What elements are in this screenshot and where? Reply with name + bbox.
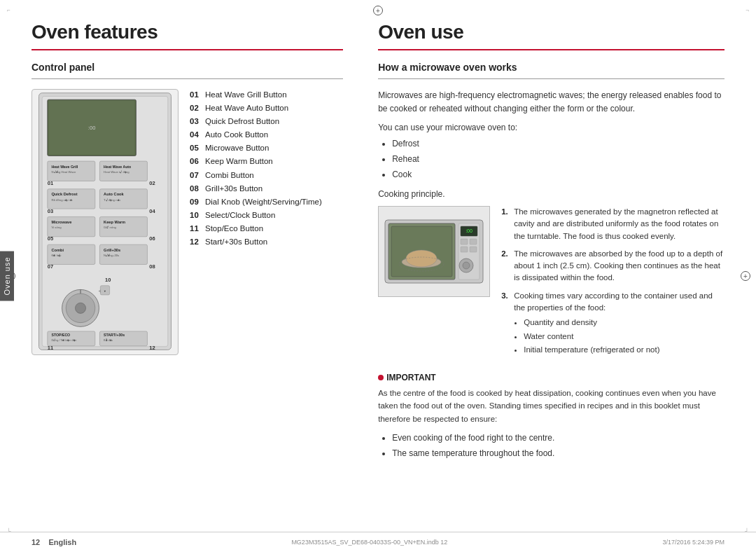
important-bullet-2: The same temperature throughout the food… bbox=[392, 446, 724, 462]
important-text-label: IMPORTANT bbox=[386, 373, 435, 382]
footer: 12 English MG23M3515AS_SV_DE68-04033S-00… bbox=[0, 532, 756, 552]
svg-rect-63 bbox=[461, 239, 468, 244]
food-properties-list: Quantity and density Water content Initi… bbox=[524, 316, 724, 357]
left-column: Oven features Control panel bbox=[31, 21, 364, 518]
svg-text:12: 12 bbox=[149, 345, 155, 351]
use-reheat: Reheat bbox=[392, 152, 724, 167]
list-item: 09 Dial Knob (Weight/Serving/Time) bbox=[190, 196, 343, 207]
reg-mark-right bbox=[741, 271, 750, 281]
use-cook: Cook bbox=[392, 167, 724, 183]
page-number: 12 bbox=[31, 538, 40, 546]
step-3: 3. Cooking times vary according to the c… bbox=[501, 290, 724, 357]
button-num: 12 bbox=[190, 236, 205, 247]
how-it-works-divider bbox=[378, 78, 724, 79]
button-num: 01 bbox=[190, 89, 205, 100]
list-item: 01 Heat Wave Grill Button bbox=[190, 89, 343, 100]
svg-text:Grill+30s: Grill+30s bbox=[104, 248, 120, 252]
footer-datetime: 3/17/2016 5:24:39 PM bbox=[662, 539, 724, 546]
svg-text:Nướng+30s: Nướng+30s bbox=[104, 254, 119, 257]
svg-text:Auto Cook: Auto Cook bbox=[104, 192, 124, 196]
svg-text:01: 01 bbox=[48, 180, 53, 186]
property-water: Water content bbox=[524, 330, 724, 344]
step-2: 2. The microwaves are absorbed by the fo… bbox=[501, 248, 724, 284]
list-item: 02 Heat Wave Auto Button bbox=[190, 102, 343, 113]
svg-text:05: 05 bbox=[48, 235, 53, 242]
step-text-3: Cooking times vary according to the cont… bbox=[514, 290, 724, 357]
step-text-2: The microwaves are absorbed by the food … bbox=[514, 248, 724, 284]
button-num: 06 bbox=[190, 156, 205, 167]
list-item: 08 Grill+30s Button bbox=[190, 183, 343, 194]
svg-text:START/+30s: START/+30s bbox=[104, 333, 125, 337]
important-bullets-list: Even cooking of the food right to the ce… bbox=[392, 431, 724, 461]
list-item: 12 Start/+30s Button bbox=[190, 236, 343, 247]
corner-mark-br: ┘ bbox=[745, 528, 749, 534]
svg-rect-64 bbox=[470, 239, 477, 244]
button-num: 05 bbox=[190, 142, 205, 153]
button-label: Quick Defrost Button bbox=[205, 116, 279, 127]
svg-text:Giữ nóng: Giữ nóng bbox=[104, 226, 117, 229]
property-temp: Initial temperature (refrigerated or not… bbox=[524, 343, 724, 357]
svg-text:Keep Warm: Keep Warm bbox=[104, 220, 125, 224]
step-num-2: 2. bbox=[501, 248, 514, 284]
control-panel-area: :00 Heat Wave Grill Nướng Heat Wave 01 H… bbox=[31, 89, 343, 355]
list-item: 04 Auto Cook Button bbox=[190, 129, 343, 140]
svg-text:11: 11 bbox=[48, 345, 53, 351]
svg-text:Heat Wave tự động: Heat Wave tự động bbox=[104, 170, 130, 174]
right-column: Oven use How a microwave oven works Micr… bbox=[364, 21, 724, 518]
svg-point-68 bbox=[463, 262, 470, 269]
svg-text:▼: ▼ bbox=[104, 290, 106, 293]
button-num: 07 bbox=[190, 170, 205, 181]
left-section-divider bbox=[31, 49, 343, 50]
right-section-divider bbox=[378, 49, 724, 50]
svg-point-42 bbox=[75, 303, 85, 313]
svg-text:02: 02 bbox=[149, 180, 155, 186]
microwave-illustration: :00 bbox=[382, 209, 486, 294]
button-label: Start/+30s Button bbox=[205, 236, 267, 247]
cooking-principle-text: Cooking principle. bbox=[378, 189, 724, 199]
property-quantity: Quantity and density bbox=[524, 316, 724, 330]
svg-point-58 bbox=[406, 250, 437, 267]
corner-mark-bl: └ bbox=[7, 528, 11, 534]
list-item: 06 Keep Warm Button bbox=[190, 156, 343, 167]
svg-text:Tự động nấu: Tự động nấu bbox=[104, 198, 120, 202]
side-tab: Oven use bbox=[0, 251, 14, 301]
button-num: 11 bbox=[190, 223, 205, 234]
button-label: Combi Button bbox=[205, 170, 254, 181]
important-dot-icon bbox=[378, 375, 384, 380]
main-content: Oven features Control panel bbox=[0, 0, 756, 532]
svg-text:STOP/ECO: STOP/ECO bbox=[51, 333, 70, 337]
button-label: Keep Warm Button bbox=[205, 156, 273, 167]
button-num: 08 bbox=[190, 183, 205, 194]
button-label: Heat Wave Grill Button bbox=[205, 89, 287, 100]
uses-list: Defrost Reheat Cook bbox=[392, 137, 724, 182]
button-label: Dial Knob (Weight/Serving/Time) bbox=[205, 196, 322, 207]
cooking-principle-area: :00 1. The microwaves generated by bbox=[378, 206, 724, 363]
corner-mark-tl: ⌐ bbox=[7, 7, 10, 13]
svg-rect-66 bbox=[470, 247, 477, 252]
you-can-text: You can use your microwave oven to: bbox=[378, 123, 724, 132]
svg-text:Heat Wave Grill: Heat Wave Grill bbox=[51, 165, 78, 169]
svg-text:Bắt đầu: Bắt đầu bbox=[104, 338, 113, 342]
how-it-works-title: How a microwave oven works bbox=[378, 62, 724, 73]
svg-text:Microwave: Microwave bbox=[51, 220, 71, 224]
svg-text:Combi: Combi bbox=[51, 248, 64, 252]
important-note: IMPORTANT As the centre of the food is c… bbox=[378, 373, 724, 461]
button-num: 02 bbox=[190, 102, 205, 113]
svg-text:Quick Defrost: Quick Defrost bbox=[51, 192, 77, 196]
button-label: Auto Cook Button bbox=[205, 129, 268, 140]
corner-mark-tr: ¬ bbox=[746, 7, 749, 13]
important-body-text: As the centre of the food is cooked by h… bbox=[378, 387, 724, 425]
button-num: 04 bbox=[190, 129, 205, 140]
control-panel-divider bbox=[31, 78, 343, 79]
important-bullet-1: Even cooking of the food right to the ce… bbox=[392, 431, 724, 446]
footer-model-code: MG23M3515AS_SV_DE68-04033S-00_VN+EN.indb… bbox=[291, 539, 447, 546]
svg-rect-65 bbox=[461, 247, 468, 252]
use-defrost: Defrost bbox=[392, 137, 724, 152]
important-label: IMPORTANT bbox=[378, 373, 724, 382]
button-label: Heat Wave Auto Button bbox=[205, 102, 288, 113]
button-label: Grill+30s Button bbox=[205, 183, 262, 194]
reg-mark-top bbox=[373, 6, 383, 15]
svg-text:Nướng Heat Wave: Nướng Heat Wave bbox=[51, 170, 76, 174]
svg-text:Kết hợp: Kết hợp bbox=[51, 254, 62, 257]
step-num-1: 1. bbox=[501, 206, 514, 242]
